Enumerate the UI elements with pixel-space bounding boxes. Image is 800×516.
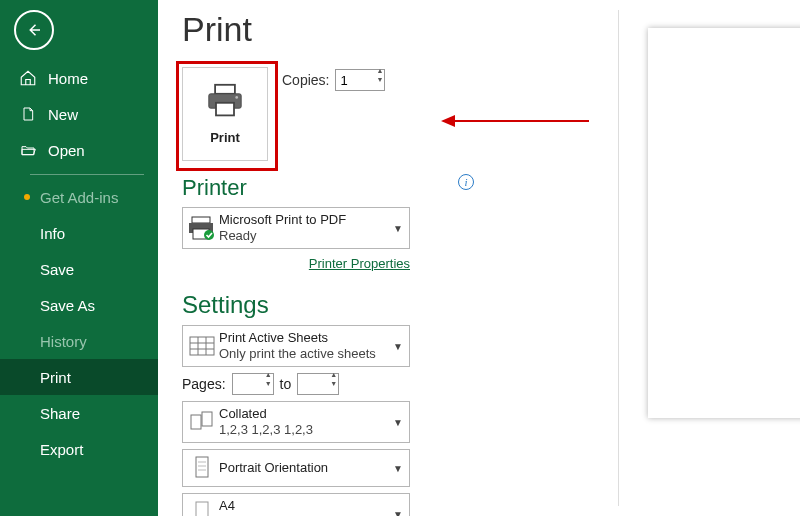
sidebar-label-export: Export (40, 441, 83, 458)
print-what-title: Print Active Sheets (219, 330, 391, 346)
pages-label: Pages: (182, 376, 226, 392)
copies-down[interactable]: ▼ (377, 80, 384, 89)
sidebar-label-history: History (40, 333, 87, 350)
copies-stepper[interactable]: ▲▼ (335, 69, 385, 91)
copies-label: Copies: (282, 72, 329, 88)
chevron-down-icon: ▼ (391, 417, 405, 428)
printer-status-icon (187, 211, 217, 245)
sidebar-item-history[interactable]: History (0, 323, 158, 359)
svg-point-7 (204, 230, 214, 240)
pages-from-down[interactable]: ▼ (265, 384, 272, 393)
svg-point-3 (235, 96, 238, 99)
home-icon (18, 69, 38, 87)
sidebar-item-home[interactable]: Home (0, 60, 158, 96)
svg-rect-14 (202, 412, 212, 426)
chevron-down-icon: ▼ (391, 341, 405, 352)
pages-to-label: to (280, 376, 292, 392)
printer-icon (203, 83, 247, 122)
sidebar-label-new: New (48, 106, 78, 123)
sidebar-item-new[interactable]: New (0, 96, 158, 132)
sidebar-item-save[interactable]: Save (0, 251, 158, 287)
printer-info-icon[interactable]: i (458, 174, 474, 190)
chevron-down-icon: ▼ (391, 463, 405, 474)
collated-icon (187, 405, 217, 439)
print-button[interactable]: Print (182, 67, 268, 161)
print-preview-page (648, 28, 800, 418)
paper-title: A4 (219, 498, 391, 514)
sidebar-item-info[interactable]: Info (0, 215, 158, 251)
new-file-icon (18, 105, 38, 123)
paper-size-dropdown[interactable]: A4 8.27" x 11.69" ▼ (182, 493, 410, 516)
sidebar-label-print: Print (40, 369, 71, 386)
svg-rect-13 (191, 415, 201, 429)
sidebar-label-share: Share (40, 405, 80, 422)
printer-name: Microsoft Print to PDF (219, 212, 391, 228)
chevron-down-icon: ▼ (391, 509, 405, 517)
svg-rect-15 (196, 457, 208, 477)
main-panel: Print Print Copies: (158, 0, 800, 516)
pages-to-stepper[interactable]: ▲▼ (297, 373, 339, 395)
sidebar-label-addins: Get Add-ins (40, 189, 118, 206)
sidebar-item-export[interactable]: Export (0, 431, 158, 467)
settings-heading: Settings (182, 291, 458, 319)
addins-dot-icon (24, 194, 30, 200)
svg-rect-8 (190, 337, 214, 355)
sheets-icon (187, 329, 217, 363)
svg-rect-19 (196, 502, 208, 516)
chevron-down-icon: ▼ (391, 223, 405, 234)
collated-sub: 1,2,3 1,2,3 1,2,3 (219, 422, 391, 438)
printer-dropdown[interactable]: Microsoft Print to PDF Ready ▼ (182, 207, 410, 249)
sidebar-label-home: Home (48, 70, 88, 87)
svg-rect-0 (215, 85, 235, 94)
sidebar-label-open: Open (48, 142, 85, 159)
svg-rect-2 (216, 103, 234, 116)
print-button-label: Print (210, 130, 240, 145)
back-button[interactable] (14, 10, 54, 50)
sidebar-separator (30, 174, 144, 175)
sidebar-item-saveas[interactable]: Save As (0, 287, 158, 323)
print-what-sub: Only print the active sheets (219, 346, 391, 362)
orientation-dropdown[interactable]: Portrait Orientation ▼ (182, 449, 410, 487)
pages-to-down[interactable]: ▼ (330, 384, 337, 393)
collated-title: Collated (219, 406, 391, 422)
orientation-value: Portrait Orientation (219, 460, 391, 476)
back-arrow-icon (25, 21, 43, 39)
print-what-dropdown[interactable]: Print Active Sheets Only print the activ… (182, 325, 410, 367)
sidebar-item-print[interactable]: Print (0, 359, 158, 395)
page-icon (187, 497, 217, 516)
collated-dropdown[interactable]: Collated 1,2,3 1,2,3 1,2,3 ▼ (182, 401, 410, 443)
printer-status: Ready (219, 228, 391, 244)
preview-separator (618, 10, 619, 506)
sidebar-label-info: Info (40, 225, 65, 242)
printer-heading: Printer (182, 175, 458, 201)
sidebar-item-open[interactable]: Open (0, 132, 158, 168)
sidebar-item-addins[interactable]: Get Add-ins (0, 179, 158, 215)
page-title: Print (182, 10, 458, 49)
pages-from-stepper[interactable]: ▲▼ (232, 373, 274, 395)
printer-properties-link[interactable]: Printer Properties (309, 256, 410, 271)
backstage-sidebar: Home New Open Get Add-ins Info Save Save… (0, 0, 158, 516)
open-folder-icon (18, 142, 38, 158)
sidebar-label-saveas: Save As (40, 297, 95, 314)
portrait-icon (187, 453, 217, 483)
sidebar-item-share[interactable]: Share (0, 395, 158, 431)
sidebar-label-save: Save (40, 261, 74, 278)
svg-rect-4 (192, 217, 210, 223)
